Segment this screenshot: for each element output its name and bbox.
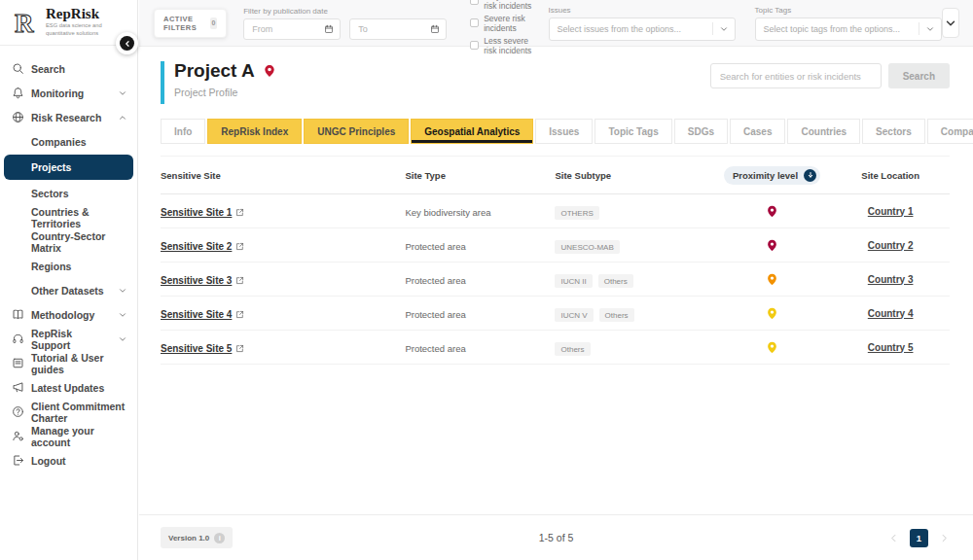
sensitive-site-link[interactable]: Sensitive Site 4 — [161, 309, 244, 320]
sidebar-item-label: Country-Sector Matrix — [31, 230, 137, 254]
severity-option-severe[interactable]: Severe risk incidents — [470, 14, 531, 33]
site-location-link[interactable]: Country 1 — [868, 206, 914, 217]
tab-sdgs[interactable]: SDGs — [674, 119, 728, 144]
filter-bar: ACTIVE FILTERS 0 Filter by publication d… — [139, 0, 973, 47]
pagination: 1 — [888, 529, 950, 547]
sidebar-item-other-datasets[interactable]: Other Datasets — [0, 278, 137, 302]
date-to-input[interactable] — [356, 23, 424, 35]
sidebar-item-countries-territories[interactable]: Countries & Territories — [0, 205, 137, 229]
sidebar-item-regions[interactable]: Regions — [0, 254, 137, 278]
sidebar-item-label: Other Datasets — [31, 285, 104, 297]
sidebar-item-monitoring[interactable]: Monitoring — [0, 81, 137, 105]
site-subtype-tag: IUCN II — [555, 274, 592, 288]
sidebar-item-search[interactable]: Search — [0, 56, 137, 81]
issues-select-placeholder: Select issues from the options... — [558, 24, 682, 34]
bell-icon — [12, 87, 24, 99]
sensitive-site-link[interactable]: Sensitive Site 5 — [161, 343, 244, 354]
site-location-link[interactable]: Country 3 — [868, 274, 914, 285]
sidebar-item-risk-research[interactable]: Risk Research — [0, 105, 137, 129]
sensitive-site-link[interactable]: Sensitive Site 1 — [161, 207, 244, 218]
search-button[interactable]: Search — [888, 63, 950, 88]
tab-issues[interactable]: Issues — [535, 119, 593, 144]
sidebar-item-country-sector-matrix[interactable]: Country-Sector Matrix — [0, 229, 137, 254]
table-header-row: Sensitive Site Site Type Site Subtype Pr… — [161, 156, 950, 194]
tab-reprisk-index[interactable]: RepRisk Index — [207, 119, 302, 144]
previous-page-button[interactable] — [888, 533, 899, 543]
sidebar-item-label: Sectors — [31, 188, 69, 199]
column-header-proximity-sort[interactable]: Proximity level — [724, 166, 820, 185]
sidebar-item-reprisk-support[interactable]: RepRisk Support — [0, 327, 137, 351]
severity-option-less-severe[interactable]: Less severe risk incidents — [470, 36, 531, 55]
site-location-link[interactable]: Country 4 — [868, 308, 914, 319]
sidebar-item-client-commitment-charter[interactable]: Client Commitment Charter — [0, 400, 137, 424]
sidebar-item-methodology[interactable]: Methodology — [0, 302, 137, 327]
sidebar-item-tutorial-user-guides[interactable]: Tutorial & User guides — [0, 351, 137, 375]
column-header-site-subtype: Site Subtype — [555, 170, 712, 181]
tab-countries[interactable]: Countries — [787, 119, 860, 144]
current-page-button[interactable]: 1 — [910, 529, 928, 547]
column-header-site-location: Site Location — [831, 170, 950, 181]
column-header-site-type: Site Type — [405, 170, 555, 181]
main-content: Project A Project Profile Search Info Re… — [139, 47, 973, 514]
site-type-value: Protected area — [405, 343, 465, 354]
checkbox-icon[interactable] — [470, 41, 479, 50]
proximity-pin-icon — [766, 307, 778, 320]
sidebar-collapse-button[interactable] — [116, 32, 138, 54]
topic-tags-select[interactable]: Select topic tags from the options... — [755, 18, 942, 41]
search-icon — [12, 62, 24, 75]
help-circle-icon — [12, 405, 24, 418]
megaphone-icon — [12, 381, 24, 394]
sidebar-item-label: Client Commitment Charter — [31, 401, 127, 424]
sidebar-item-label: Companies — [31, 136, 87, 148]
tab-geospatial-analytics[interactable]: Geospatial Analytics — [411, 119, 533, 144]
filterbar-collapse-button[interactable] — [942, 8, 960, 38]
site-location-link[interactable]: Country 5 — [868, 342, 914, 353]
sidebar-item-sectors[interactable]: Sectors — [0, 181, 137, 205]
sidebar-item-label: Projects — [31, 161, 71, 173]
date-from-input[interactable] — [250, 23, 318, 35]
brand-name: RepRisk — [46, 7, 102, 22]
user-settings-icon — [12, 430, 24, 442]
globe-icon — [12, 111, 24, 123]
tab-topic-tags[interactable]: Topic Tags — [595, 119, 671, 144]
date-to-field[interactable] — [349, 18, 447, 40]
tab-ungc-principles[interactable]: UNGC Principles — [304, 119, 409, 144]
sidebar-item-latest-updates[interactable]: Latest Updates — [0, 375, 137, 400]
headset-icon — [12, 332, 24, 345]
column-header-proximity-label: Proximity level — [733, 170, 798, 181]
sidebar-item-logout[interactable]: Logout — [0, 448, 137, 472]
sidebar: R RepRisk ESG data science and quantitat… — [0, 0, 138, 560]
issues-select[interactable]: Select issues from the options... — [549, 18, 736, 41]
sensitive-site-link[interactable]: Sensitive Site 2 — [161, 241, 244, 252]
version-badge[interactable]: Version 1.0 i — [161, 527, 233, 548]
external-link-icon — [235, 344, 244, 353]
tab-cases[interactable]: Cases — [730, 119, 785, 144]
tab-info[interactable]: Info — [161, 119, 205, 144]
sidebar-item-label: Tutorial & User guides — [31, 352, 127, 375]
site-subtype-tag: Others — [598, 274, 633, 288]
proximity-pin-icon — [766, 273, 778, 286]
severity-option-very-severe[interactable]: Very severe risk incidents — [470, 0, 531, 11]
chevron-down-icon — [118, 286, 127, 296]
site-subtype-tag: UNESCO-MAB — [555, 240, 619, 254]
date-from-field[interactable] — [243, 18, 341, 40]
tab-companies[interactable]: Companies — [927, 119, 973, 144]
checkbox-icon[interactable] — [470, 18, 479, 27]
site-location-link[interactable]: Country 2 — [868, 240, 914, 251]
site-link-label: Sensitive Site 3 — [161, 275, 232, 286]
version-label: Version 1.0 — [168, 534, 209, 542]
active-filters-button[interactable]: ACTIVE FILTERS 0 — [154, 9, 227, 38]
publication-date-label: Filter by publication date — [243, 7, 447, 16]
severity-option-label: Less severe risk incidents — [484, 36, 531, 55]
checkbox-icon[interactable] — [470, 0, 479, 5]
entity-search-input[interactable] — [710, 63, 882, 88]
next-page-button[interactable] — [939, 533, 950, 543]
sidebar-item-projects[interactable]: Projects — [4, 155, 133, 180]
sidebar-item-manage-account[interactable]: Manage your account — [0, 424, 137, 448]
sensitive-site-link[interactable]: Sensitive Site 3 — [161, 275, 244, 286]
sidebar-item-companies[interactable]: Companies — [0, 129, 137, 154]
tab-sectors[interactable]: Sectors — [862, 119, 925, 144]
pagination-range-label: 1-5 of 5 — [539, 532, 574, 543]
site-link-label: Sensitive Site 4 — [161, 309, 232, 320]
brand-tagline-line1: ESG data science and — [46, 22, 102, 30]
